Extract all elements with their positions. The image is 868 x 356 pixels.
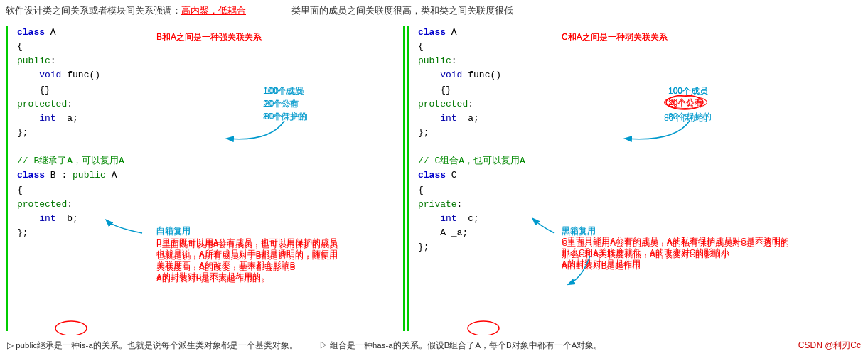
code-line	[17, 140, 394, 154]
annotation-c-encap: A的封装对B是起作用	[562, 259, 641, 269]
annotation-c-only: C里面只能用A公有的成员，A的私有保护成员对C是不透明的	[562, 236, 789, 247]
code-line: {	[17, 183, 394, 198]
code-line: int _b;	[17, 212, 394, 226]
code-line: // B继承了A，可以复用A	[17, 154, 394, 168]
annotation-c-low: 那么C和A关联度就低，A的改变对C的影响小	[562, 247, 729, 258]
code-line-r: protected:	[418, 97, 823, 112]
annotation-80-right: 80个保护的	[664, 112, 707, 124]
annotation-20-right-container: 20个公有	[664, 97, 707, 109]
header-highlight: 高内聚，低耦合	[181, 5, 246, 16]
annotation-b-members: B里面既可以用A公有成员，也可以用保护的成员	[156, 237, 338, 248]
annotation-80-left: 80个保护的	[263, 111, 306, 123]
annotation-b-coupling: 关联度高，A的改变，基本都会影响B	[156, 260, 295, 271]
annotation-20-right-circled: 20个公有	[664, 96, 707, 109]
code-line-r: public:	[418, 54, 823, 68]
annotation-strong: B和A之间是一种强关联关系	[156, 31, 262, 43]
code-line: protected:	[17, 198, 394, 212]
footer-csdn: CSDN @利刃Cc	[798, 340, 861, 352]
header-text2: 类里面的成员之间关联度很高，类和类之间关联度很低	[291, 5, 513, 16]
code-line-r	[418, 140, 823, 154]
circle-isa	[55, 321, 87, 335]
center-divider	[403, 26, 405, 331]
code-line: void func()	[17, 68, 394, 82]
footer-right: ▷ 组合是一种has-a的关系。假设B组合了A，每个B对象中都有一个A对象。	[319, 340, 603, 351]
annotation-b-transparent: 也就是说，A所有成员对于B都是透明的，随便用	[156, 249, 338, 259]
code-line-r: private:	[418, 198, 823, 212]
footer-bar: ▷ public继承是一种is-a的关系。也就是说每个派生类对象都是一个基类对象…	[0, 335, 868, 356]
code-line-r: // C组合A，也可以复用A	[418, 154, 823, 168]
code-line-r: void func()	[418, 68, 823, 82]
code-line-r: };	[418, 126, 823, 140]
annotation-100-left: 100个成员	[263, 85, 303, 97]
header-bar: 软件设计类之间关系或者模块间关系强调：高内聚，低耦合 类里面的成员之间关联度很高…	[6, 4, 513, 17]
code-line: class B : public A	[17, 168, 394, 183]
left-code-panel: class A { public: void func() {} protect…	[10, 26, 394, 240]
code-line: protected:	[17, 97, 394, 112]
footer-left: ▷ public继承是一种is-a的关系。也就是说每个派生类对象都是一个基类对象…	[7, 340, 298, 351]
annotation-whitebox: 白箱复用	[156, 225, 191, 237]
circle-hasa	[468, 321, 499, 335]
code-line-r: {	[418, 183, 823, 198]
code-line-r: class C	[418, 168, 823, 183]
page-wrapper: 软件设计类之间关系或者模块间关系强调：高内聚，低耦合 类里面的成员之间关联度很高…	[0, 0, 868, 356]
code-line-r: {}	[418, 83, 823, 97]
annotation-weak: C和A之间是一种弱关联关系	[562, 31, 668, 43]
right-code-panel: class A { public: void func() {} protect…	[411, 26, 823, 254]
code-line-r: int _a;	[418, 112, 823, 126]
code-line: public:	[17, 54, 394, 68]
left-code-area: class A { public: void func() {} protect…	[17, 26, 394, 240]
annotation-blackbox: 黑箱复用	[562, 225, 596, 237]
code-line: int _a;	[17, 112, 394, 126]
right-code-area: class A { public: void func() {} protect…	[418, 26, 823, 254]
left-border-right	[407, 26, 409, 331]
code-line-r: int _c;	[418, 212, 823, 226]
code-line: };	[17, 126, 394, 140]
annotation-20-left: 20个公有	[263, 98, 298, 110]
code-line: {}	[17, 83, 394, 97]
left-border-left	[6, 26, 8, 331]
annotation-b-encap: A的封装对B是不太起作用的。	[156, 271, 269, 282]
header-text1: 软件设计类之间关系或者模块间关系强调：	[6, 5, 181, 16]
